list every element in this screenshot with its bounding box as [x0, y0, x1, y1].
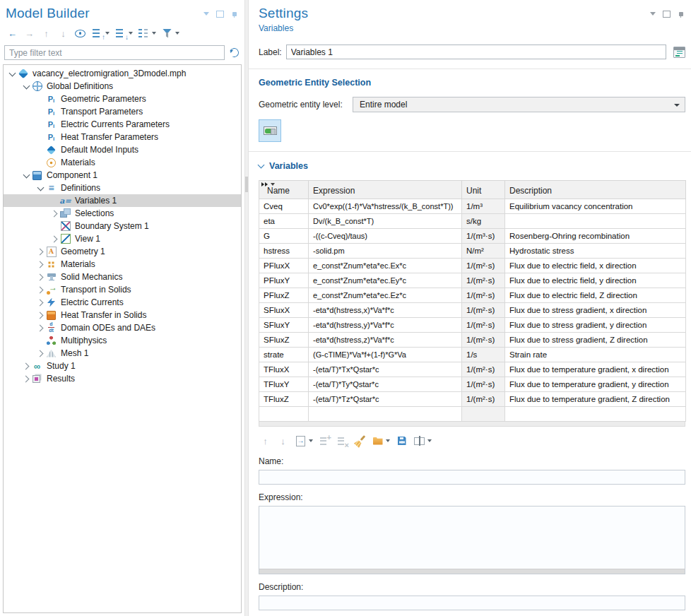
tree-item[interactable]: Solid Mechanics — [4, 271, 241, 283]
cell-expression[interactable]: -eta*d(hstress,z)*Va*f*c — [309, 333, 462, 348]
tree-item[interactable]: Boundary System 1 — [4, 220, 241, 232]
tree-item[interactable]: Default Model Inputs — [4, 143, 241, 156]
cell-name[interactable]: Cveq — [259, 199, 309, 214]
cell-name[interactable]: TFluxZ — [259, 392, 309, 407]
collapse-panel-icon[interactable] — [201, 9, 211, 18]
tree-item[interactable]: Global Definitions — [4, 80, 241, 93]
cell-description[interactable]: Hydrostatic stress — [505, 244, 686, 259]
float-panel-icon[interactable] — [662, 9, 671, 18]
column-header-name[interactable]: Name — [259, 181, 309, 199]
toolbar-button[interactable] — [353, 434, 367, 448]
dropdown-caret-icon[interactable] — [152, 32, 156, 35]
collapse-panel-icon[interactable] — [648, 9, 657, 18]
tree-chevron-icon[interactable] — [36, 107, 45, 117]
tree-chevron-icon[interactable] — [36, 349, 45, 358]
toolbar-button[interactable] — [40, 27, 53, 40]
toolbar-button[interactable] — [259, 434, 272, 448]
cell-description[interactable]: Flux due to temperature gradient, Z dire… — [505, 392, 686, 407]
cell-expression[interactable]: -eta*d(hstress,y)*Va*f*c — [309, 318, 462, 333]
cell-description[interactable]: Flux due to stress gradient, x direction — [505, 303, 686, 318]
tree-item[interactable]: vacancy_electromigration_3Dmodel.mph — [4, 67, 241, 80]
cell-name[interactable]: SFluxZ — [259, 333, 309, 348]
tree-item[interactable]: Electric Currents — [4, 296, 241, 309]
cell-name[interactable]: PFluxZ — [259, 288, 309, 303]
cell-name[interactable]: TFluxY — [259, 377, 309, 392]
cell-name[interactable]: hstress — [259, 244, 309, 259]
tree-chevron-icon[interactable] — [36, 260, 45, 269]
toolbar-button[interactable] — [57, 27, 70, 40]
node-properties-icon[interactable] — [673, 46, 685, 58]
tree-chevron-icon[interactable] — [36, 120, 45, 129]
cell-expression[interactable]: -(eta/T)*Tz*Qstar*c — [309, 392, 462, 407]
cell-name[interactable]: G — [259, 229, 309, 244]
cell-expression[interactable]: e_const*Znum*eta*ec.Ex*c — [309, 259, 462, 273]
tree-chevron-icon[interactable] — [50, 235, 59, 244]
splitter-grip[interactable] — [245, 177, 248, 192]
active-toggle-button[interactable] — [259, 119, 281, 142]
tree-item[interactable]: View 1 — [4, 232, 241, 245]
cell-description[interactable]: Flux due to electric field, x direction — [505, 259, 686, 273]
cell-name[interactable]: PFluxY — [259, 273, 309, 288]
pin-panel-icon[interactable] — [230, 9, 239, 18]
cell-name[interactable]: strate — [259, 348, 309, 362]
panel-splitter[interactable] — [244, 0, 249, 616]
tree-chevron-icon[interactable] — [22, 171, 31, 180]
tree-item[interactable]: Transport in Solids — [4, 283, 241, 296]
dropdown-caret-icon[interactable] — [271, 183, 275, 186]
column-header-expression[interactable]: Expression — [309, 181, 462, 199]
dropdown-caret-icon[interactable] — [175, 32, 179, 35]
tree-item[interactable]: Domain ODEs and DAEs — [4, 321, 241, 334]
tree-chevron-icon[interactable] — [50, 209, 59, 218]
cell-description[interactable]: Strain rate — [505, 348, 686, 362]
tree-chevron-icon[interactable] — [22, 362, 31, 371]
tree-item[interactable]: Electric Currents Parameters — [4, 118, 241, 131]
tree-chevron-icon[interactable] — [50, 196, 59, 206]
toolbar-button[interactable] — [318, 434, 331, 448]
tree-item[interactable]: Mesh 1 — [4, 347, 241, 360]
description-input[interactable] — [259, 596, 685, 610]
tree-chevron-icon[interactable] — [36, 247, 45, 256]
cell-expression[interactable]: -(eta/T)*Ty*Qstar*c — [309, 377, 462, 392]
tree-chevron-icon[interactable] — [8, 69, 17, 78]
tree-item[interactable]: Materials — [4, 156, 241, 169]
cell-expression[interactable]: Cv0*exp((1-f)*Va*hstress/(k_B_const*T)) — [309, 199, 462, 214]
tree-item[interactable]: Results — [4, 372, 241, 385]
cell-name[interactable]: PFluxX — [259, 259, 309, 273]
tree-chevron-icon[interactable] — [22, 374, 31, 384]
cell-description[interactable]: Flux due to electric field, Z direction — [505, 288, 686, 303]
toolbar-button[interactable] — [371, 434, 391, 448]
name-input[interactable] — [259, 470, 685, 485]
tree-chevron-icon[interactable] — [36, 273, 45, 282]
tree-item[interactable]: Definitions — [4, 182, 241, 194]
toolbar-button[interactable] — [90, 27, 110, 40]
tree-item[interactable]: Multiphysics — [4, 334, 241, 347]
tree-item[interactable]: Materials — [4, 258, 241, 271]
tree-chevron-icon[interactable] — [50, 222, 59, 231]
dropdown-caret-icon[interactable] — [309, 439, 313, 442]
tree-chevron-icon[interactable] — [36, 324, 45, 333]
toolbar-button[interactable] — [395, 434, 408, 448]
cell-description[interactable] — [505, 214, 686, 229]
cell-expression[interactable]: (G-cTIME)*Va*f+(1-f)*G*Va — [309, 348, 462, 362]
toolbar-button[interactable] — [336, 434, 349, 448]
dropdown-caret-icon[interactable] — [105, 32, 110, 35]
float-panel-icon[interactable] — [215, 9, 225, 18]
tree-item[interactable]: Component 1 — [4, 169, 241, 182]
cell-expression[interactable]: -((c-Cveq)/taus) — [309, 229, 462, 244]
cell-description[interactable]: Flux due to temperature gradient, y dire… — [505, 377, 686, 392]
tree-item[interactable]: Geometry 1 — [4, 245, 241, 258]
tree-item[interactable]: Selections — [4, 207, 241, 220]
tree-item[interactable]: Transport Parameters — [4, 105, 241, 118]
cell-expression[interactable]: e_const*Znum*eta*ec.Ez*c — [309, 288, 462, 303]
pin-panel-icon[interactable] — [676, 9, 685, 18]
dropdown-caret-icon[interactable] — [129, 32, 133, 35]
cell-description[interactable]: Flux due to stress gradient, Z direction — [505, 333, 686, 348]
cell-expression[interactable]: -eta*d(hstress,x)*Va*f*c — [309, 303, 462, 318]
cell-description[interactable]: Flux due to stress gradient, y direction — [505, 318, 686, 333]
tree-chevron-icon[interactable] — [36, 184, 45, 193]
cell-description[interactable] — [505, 407, 686, 422]
tree-chevron-icon[interactable] — [36, 146, 45, 155]
tree-chevron-icon[interactable] — [36, 285, 45, 295]
tree-chevron-icon[interactable] — [36, 133, 45, 142]
refresh-icon[interactable] — [228, 47, 240, 59]
